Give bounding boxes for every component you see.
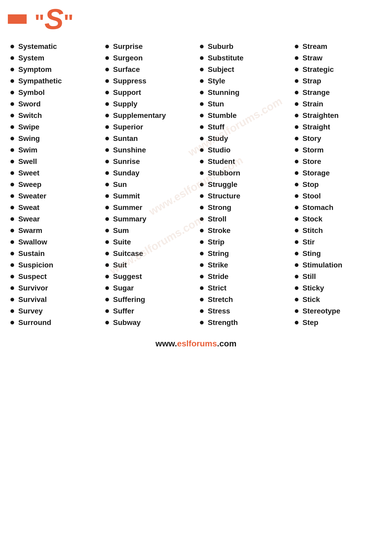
list-item: Sustain	[10, 248, 97, 259]
list-item: Structure	[200, 190, 287, 202]
bullet-icon	[105, 102, 109, 106]
bullet-icon	[10, 114, 14, 117]
word-label: Summer	[113, 203, 142, 212]
bullet-icon	[10, 194, 14, 198]
bullet-icon	[295, 171, 298, 175]
list-item: Stomach	[295, 202, 382, 213]
word-label: Suntan	[113, 134, 138, 143]
word-label: Story	[303, 134, 321, 143]
list-item: Suburb	[200, 41, 287, 52]
list-item: Swing	[10, 133, 97, 144]
word-label: Support	[113, 88, 141, 97]
word-label: Swing	[18, 134, 40, 143]
word-label: Suffering	[113, 295, 145, 304]
bullet-icon	[295, 160, 298, 163]
bullet-icon	[200, 160, 204, 163]
list-item: Systematic	[10, 41, 97, 52]
list-item: Stock	[295, 213, 382, 225]
list-item: Storm	[295, 144, 382, 156]
list-item: Stunning	[200, 87, 287, 98]
list-item: Sting	[295, 248, 382, 259]
word-label: Stomach	[303, 203, 333, 212]
bullet-icon	[10, 91, 14, 94]
bullet-icon	[105, 171, 109, 175]
bullet-icon	[10, 148, 14, 152]
word-label: Stimulation	[303, 261, 342, 269]
bullet-icon	[200, 229, 204, 232]
bullet-icon	[10, 56, 14, 60]
list-item: Sunshine	[105, 144, 192, 156]
bullet-icon	[200, 79, 204, 83]
list-item: Surgeon	[105, 52, 192, 64]
bullet-icon	[105, 79, 109, 83]
list-item: Summer	[105, 202, 192, 213]
word-label: Swallow	[18, 238, 47, 246]
word-label: Structure	[208, 192, 240, 200]
list-item: Strap	[295, 75, 382, 87]
footer-brand: eslforums	[177, 339, 217, 348]
list-item: Support	[105, 87, 192, 98]
bullet-icon	[105, 91, 109, 94]
bullet-icon	[10, 79, 14, 83]
list-item: Summit	[105, 190, 192, 202]
bullet-icon	[105, 309, 109, 313]
list-item: Substitute	[200, 52, 287, 64]
bullet-icon	[200, 102, 204, 106]
list-item: Sunrise	[105, 156, 192, 167]
bullet-icon	[295, 114, 298, 117]
bullet-icon	[295, 298, 298, 301]
bullet-icon	[200, 206, 204, 209]
word-label: Studio	[208, 146, 230, 154]
word-label: Systematic	[18, 42, 57, 51]
bullet-icon	[105, 194, 109, 198]
bullet-icon	[10, 309, 14, 313]
word-label: Sunrise	[113, 157, 140, 166]
list-item: Supplementary	[105, 110, 192, 121]
word-label: Sweat	[18, 203, 39, 212]
list-item: Symbol	[10, 87, 97, 98]
list-item: Stir	[295, 236, 382, 248]
word-column-2: SurpriseSurgeonSurfaceSuppressSupportSup…	[103, 41, 195, 328]
header-title-box	[8, 14, 27, 24]
content-area: www.eslforums.com www.eslforums.com www.…	[0, 38, 392, 334]
list-item: Step	[295, 317, 382, 328]
bullet-icon	[105, 275, 109, 278]
list-item: Symptom	[10, 64, 97, 75]
word-label: Step	[303, 318, 319, 327]
page-container: S www.eslforums.com www.eslforums.com ww…	[0, 0, 392, 351]
list-item: Sweater	[10, 190, 97, 202]
bullet-icon	[200, 240, 204, 244]
word-label: Suppress	[113, 77, 147, 85]
list-item: Stuff	[200, 121, 287, 133]
word-label: Stool	[303, 192, 321, 200]
word-label: Store	[303, 157, 321, 166]
bullet-icon	[295, 91, 298, 94]
word-label: Swarm	[18, 226, 42, 235]
word-label: Strict	[208, 284, 227, 292]
word-label: Study	[208, 134, 228, 143]
bullet-icon	[105, 137, 109, 140]
list-item: Stumble	[200, 110, 287, 121]
list-item: Strip	[200, 236, 287, 248]
list-item: Suntan	[105, 133, 192, 144]
list-item: Stream	[295, 41, 382, 52]
bullet-icon	[295, 263, 298, 267]
word-label: Stick	[303, 295, 320, 304]
header-letter: S	[34, 5, 73, 33]
word-label: Stunning	[208, 88, 239, 97]
bullet-icon	[105, 125, 109, 129]
list-item: Sweep	[10, 179, 97, 190]
bullet-icon	[295, 183, 298, 186]
list-item: Survivor	[10, 282, 97, 294]
bullet-icon	[10, 125, 14, 129]
list-item: Straighten	[295, 110, 382, 121]
word-label: Substitute	[208, 54, 244, 62]
list-item: Swim	[10, 144, 97, 156]
word-label: Supplementary	[113, 111, 166, 120]
word-label: Strong	[208, 203, 231, 212]
bullet-icon	[295, 275, 298, 278]
word-label: Stroll	[208, 215, 227, 223]
list-item: Survey	[10, 305, 97, 317]
bullet-icon	[200, 217, 204, 221]
word-label: Sweep	[18, 180, 42, 189]
